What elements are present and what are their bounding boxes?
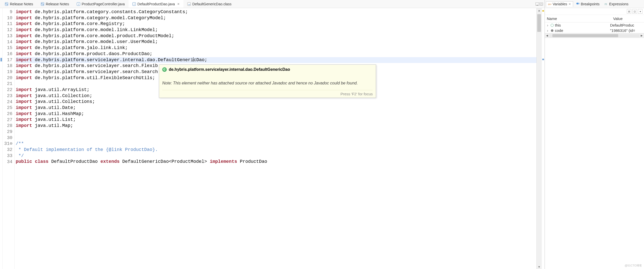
feature-icon [40, 2, 45, 6]
svg-rect-4 [7, 4, 8, 5]
svg-text:J: J [134, 3, 135, 5]
line-number: 19 [3, 69, 12, 75]
tab-label: Release Notes [10, 2, 33, 6]
hover-title: de.hybris.platform.servicelayer.internal… [169, 67, 290, 72]
scroll-right-arrow[interactable]: ▶ [639, 34, 644, 37]
code-line[interactable]: */ [16, 153, 536, 159]
toolbar-button[interactable]: ⊞ [627, 9, 631, 14]
minimize-view-button[interactable]: ▁ [535, 3, 539, 6]
line-number-gutter: 9101112131415161718192021222324252627282… [3, 8, 15, 269]
scroll-track[interactable] [549, 34, 639, 37]
code-line[interactable]: * Default implementation of the {@link P… [16, 147, 536, 153]
object-icon [550, 24, 554, 27]
tab-label: ProductPageController.java [82, 2, 125, 6]
column-header-value[interactable]: Value [611, 15, 644, 22]
variable-name: this [555, 23, 610, 27]
javadoc-hover-tooltip[interactable]: C de.hybris.platform.servicelayer.intern… [159, 64, 376, 98]
source-code-area[interactable]: import de.hybris.platform.category.const… [15, 8, 536, 269]
code-line[interactable]: import de.hybris.platform.jalo.link.Link… [16, 45, 536, 51]
vertical-scroll-thumb[interactable] [537, 14, 541, 32]
scroll-left-arrow[interactable]: ◀ [545, 34, 549, 37]
toolbar-button[interactable]: ⊡ [632, 9, 637, 14]
variable-row[interactable]: ›code"1986316" (id= [545, 28, 644, 33]
variable-value: DefaultProduc [610, 23, 643, 27]
text-cursor [193, 57, 194, 62]
line-number: 14 [3, 39, 12, 45]
variable-value: "1986316" (id= [610, 28, 643, 33]
tab-label: DefaultGenericDao.class [192, 2, 232, 6]
code-line[interactable]: import de.hybris.platform.core.model.lin… [16, 27, 536, 33]
code-line[interactable]: import de.hybris.platform.product.daos.P… [16, 51, 536, 57]
java-icon: J [132, 2, 136, 6]
debug-tab-breakpoints[interactable]: Breakpoints [574, 1, 601, 7]
field-icon [550, 29, 554, 32]
scroll-down-arrow[interactable]: ▼ [537, 264, 542, 269]
code-line[interactable]: import de.hybris.platform.servicelayer.i… [16, 57, 536, 63]
code-line[interactable]: public class DefaultProductDao extends D… [16, 159, 536, 165]
variables-view: Name Value ›thisDefaultProduc›code"19863… [545, 15, 644, 33]
maximize-view-button[interactable]: ▢ [539, 3, 543, 6]
vertical-scrollbar[interactable]: ▲ ▼ [536, 8, 542, 269]
line-number: 27 [3, 117, 12, 123]
breakpoints-icon [576, 2, 580, 6]
svg-rect-8 [41, 4, 42, 5]
svg-rect-3 [6, 4, 7, 5]
variables-toolbar: ⊞ ⊡ ▾ [545, 8, 644, 15]
variable-row[interactable]: ›thisDefaultProduc [545, 23, 644, 28]
debug-tab-expressions[interactable]: ƒ()Expressions [603, 1, 630, 7]
scroll-up-arrow[interactable]: ▲ [537, 8, 542, 13]
editor-tab-default-generic-dao[interactable]: 101DefaultGenericDao.class [183, 0, 235, 8]
svg-text:101: 101 [188, 4, 190, 5]
code-line[interactable]: import de.hybris.platform.core.Registry; [16, 21, 536, 27]
overview-ruler[interactable] [542, 8, 545, 269]
code-line[interactable] [16, 135, 536, 141]
view-menu-button[interactable]: ▾ [638, 9, 642, 14]
line-number: 32 [3, 147, 12, 153]
code-line[interactable]: import de.hybris.platform.core.model.pro… [16, 33, 536, 39]
code-line[interactable]: import java.util.List; [16, 117, 536, 123]
tab-label: Expressions [609, 2, 628, 6]
horizontal-scroll-thumb[interactable] [552, 34, 618, 37]
debug-pane: (x)=Variables✕Breakpointsƒ()Expressions … [545, 0, 644, 269]
code-line[interactable]: import java.util.Map; [16, 123, 536, 129]
editor-pane: Release NotesRelease NotesJProductPageCo… [0, 0, 545, 269]
code-line[interactable]: import de.hybris.platform.core.model.use… [16, 39, 536, 45]
code-line[interactable]: import de.hybris.platform.category.const… [16, 9, 536, 15]
close-tab-icon[interactable]: ✕ [177, 2, 180, 6]
variables-icon: (x)= [548, 2, 552, 6]
tab-label: DefaultProductDao.java [137, 2, 175, 6]
line-number: 31⊖ [3, 141, 12, 147]
code-line[interactable]: import java.util.Date; [16, 105, 536, 111]
column-header-name[interactable]: Name [545, 15, 611, 22]
code-line[interactable]: import java.util.HashMap; [16, 111, 536, 117]
line-number: 21 [3, 81, 12, 87]
debug-tab-variables[interactable]: (x)=Variables✕ [546, 1, 573, 7]
editor-tab-product-page-controller[interactable]: JProductPageController.java [73, 0, 129, 8]
code-line[interactable]: /** [16, 141, 536, 147]
expressions-icon: ƒ() [605, 2, 608, 6]
feature-icon [5, 2, 9, 6]
line-number: 22 [3, 87, 12, 93]
close-tab-icon[interactable]: ✕ [569, 3, 571, 6]
code-line[interactable]: import java.util.Collections; [16, 99, 536, 105]
variables-header-row: Name Value [545, 15, 644, 23]
gutter-highlight-marker [1, 58, 2, 61]
line-number: 12 [3, 27, 12, 33]
editor-tab-release-notes-1[interactable]: Release Notes [1, 0, 37, 8]
code-line[interactable] [16, 129, 536, 135]
editor-tab-default-product-dao[interactable]: JDefaultProductDao.java✕ [129, 0, 183, 8]
expand-icon[interactable]: › [546, 28, 549, 33]
line-number: 23 [3, 93, 12, 99]
line-number: 25 [3, 105, 12, 111]
line-number: 26 [3, 111, 12, 117]
line-number: 29 [3, 129, 12, 135]
line-number: 10 [3, 15, 12, 21]
java-icon: J [76, 2, 80, 6]
editor-tab-release-notes-2[interactable]: Release Notes [37, 0, 73, 8]
line-number: 11 [3, 21, 12, 27]
line-number: 15 [3, 45, 12, 51]
code-line[interactable]: import de.hybris.platform.category.model… [16, 15, 536, 21]
variables-horizontal-scrollbar[interactable]: ◀ ▶ [545, 33, 644, 38]
overview-marker [542, 10, 544, 12]
expand-icon[interactable]: › [546, 23, 549, 27]
